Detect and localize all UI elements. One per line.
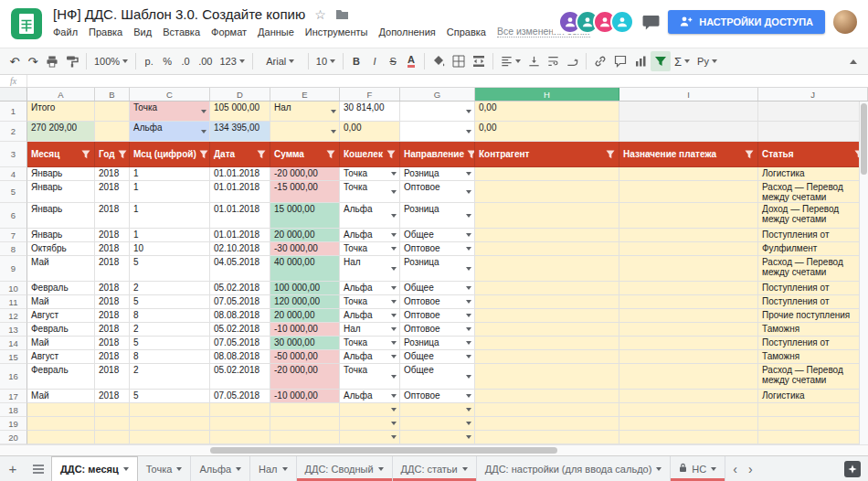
cell-A10[interactable]: Февраль (27, 282, 95, 295)
cell-J17[interactable]: Логистика (758, 390, 868, 403)
cell-E15[interactable]: -50 000,00 (270, 350, 340, 364)
redo-button[interactable]: ↷ (24, 51, 42, 71)
filter-icon[interactable] (745, 150, 754, 159)
row-header-18[interactable]: 18 (0, 403, 27, 417)
dropdown-icon[interactable] (466, 408, 471, 412)
cell-H2[interactable]: 0,00 (475, 122, 619, 142)
column-header-F[interactable]: F (340, 88, 400, 101)
cell-D14[interactable]: 07.05.2018 (210, 337, 270, 350)
collapse-toolbar-button[interactable] (844, 51, 863, 71)
cell-E12[interactable]: 20 000,00 (270, 309, 340, 323)
cell-J12[interactable]: Прочие поступления (758, 309, 868, 323)
cell-J2[interactable] (758, 122, 868, 142)
cell-B14[interactable]: 2018 (95, 337, 130, 350)
horizontal-scrollbar-thumb[interactable] (210, 447, 557, 454)
cell-I18[interactable] (619, 403, 758, 417)
cell-H19[interactable] (475, 417, 619, 431)
cell-E7[interactable]: 20 000,00 (270, 229, 340, 242)
cell-H6[interactable] (475, 203, 619, 229)
cell-B9[interactable]: 2018 (95, 256, 130, 282)
cell-C16[interactable]: 2 (130, 364, 210, 390)
cell-G3[interactable]: Направление (400, 142, 475, 167)
row-header-13[interactable]: 13 (0, 323, 27, 337)
dropdown-icon[interactable] (391, 375, 397, 379)
dropdown-icon[interactable] (391, 422, 397, 425)
column-header-A[interactable]: A (27, 88, 95, 101)
sheet-tab-5[interactable]: ДДС: статьи (393, 456, 477, 481)
cell-I7[interactable] (619, 229, 758, 242)
cell-E11[interactable]: 120 000,00 (270, 295, 340, 309)
horizontal-align-button[interactable] (497, 51, 524, 71)
cell-H5[interactable] (475, 181, 619, 203)
menu-item-5[interactable]: Данные (258, 27, 294, 37)
cell-B20[interactable] (95, 431, 130, 444)
cell-C20[interactable] (130, 431, 210, 444)
column-header-E[interactable]: E (270, 88, 340, 101)
dropdown-icon[interactable] (466, 286, 471, 290)
cell-G4[interactable]: Розница (400, 167, 475, 181)
cell-G1[interactable] (400, 102, 475, 122)
sheet-tab-2[interactable]: Альфа (191, 456, 250, 481)
scroll-tabs-left-icon[interactable]: ‹ (733, 462, 737, 476)
cell-J15[interactable]: Таможня (758, 350, 868, 364)
cell-F9[interactable]: Нал (340, 256, 400, 282)
dropdown-icon[interactable] (391, 435, 397, 439)
dropdown-icon[interactable] (201, 110, 206, 113)
cell-D19[interactable] (210, 417, 270, 431)
cell-F14[interactable]: Точка (340, 337, 400, 350)
select-all-corner[interactable] (0, 88, 27, 101)
cell-A14[interactable]: Май (27, 337, 95, 350)
cell-C6[interactable]: 1 (130, 203, 210, 229)
cell-H18[interactable] (475, 403, 619, 417)
menu-item-3[interactable]: Вставка (163, 27, 200, 37)
cell-D17[interactable]: 07.05.2018 (210, 390, 270, 403)
cell-G18[interactable] (400, 403, 475, 417)
tab-menu-icon[interactable] (462, 467, 468, 471)
tab-menu-icon[interactable] (711, 467, 716, 471)
cell-D9[interactable]: 04.05.2018 (210, 256, 270, 282)
move-folder-icon[interactable] (335, 9, 349, 20)
cell-E2[interactable] (270, 122, 340, 142)
increase-decimals-button[interactable]: .00 (195, 51, 216, 71)
cell-H17[interactable] (475, 390, 619, 403)
more-formats-button[interactable]: 123 (216, 51, 248, 71)
vertical-scrollbar-thumb[interactable] (861, 103, 867, 175)
cell-G7[interactable]: Общее (400, 229, 475, 242)
text-rotate-button[interactable] (563, 51, 582, 71)
cell-C14[interactable]: 5 (130, 337, 210, 350)
cell-F6[interactable]: Альфа (340, 203, 400, 229)
cell-H10[interactable] (475, 282, 619, 295)
add-sheet-button[interactable]: + (0, 456, 26, 481)
cell-I17[interactable] (619, 390, 758, 403)
filter-icon[interactable] (81, 150, 90, 159)
cell-B18[interactable] (95, 403, 130, 417)
dropdown-icon[interactable] (466, 341, 471, 345)
cell-D6[interactable]: 01.01.2018 (210, 203, 270, 229)
cell-H13[interactable] (475, 323, 619, 337)
menu-item-7[interactable]: Дополнения (378, 27, 435, 37)
cell-I20[interactable] (619, 431, 758, 444)
tab-menu-icon[interactable] (378, 467, 384, 471)
cell-I9[interactable] (619, 256, 758, 282)
all-sheets-button[interactable] (26, 456, 51, 481)
cell-B5[interactable]: 2018 (95, 181, 130, 203)
cell-B3[interactable]: Год (95, 142, 130, 167)
cell-E6[interactable]: 15 000,00 (270, 203, 340, 229)
cell-A8[interactable]: Октябрь (27, 242, 95, 256)
collaborator-avatar-3[interactable] (610, 10, 634, 34)
column-header-C[interactable]: C (130, 88, 210, 101)
cell-A17[interactable]: Май (27, 390, 95, 403)
row-header-4[interactable]: 4 (0, 167, 27, 181)
text-wrap-button[interactable] (544, 51, 563, 71)
dropdown-icon[interactable] (466, 435, 471, 439)
cell-C1[interactable]: Точка (130, 102, 210, 122)
cell-E3[interactable]: Сумма (270, 142, 340, 167)
cell-C12[interactable]: 8 (130, 309, 210, 323)
cell-D1[interactable]: 105 000,00 (210, 102, 270, 122)
dropdown-icon[interactable] (466, 422, 471, 425)
cell-F10[interactable]: Альфа (340, 282, 400, 295)
bold-button[interactable]: B (347, 51, 365, 71)
filter-icon[interactable] (467, 150, 475, 159)
dropdown-icon[interactable] (391, 341, 397, 345)
menu-item-6[interactable]: Инструменты (305, 27, 368, 37)
